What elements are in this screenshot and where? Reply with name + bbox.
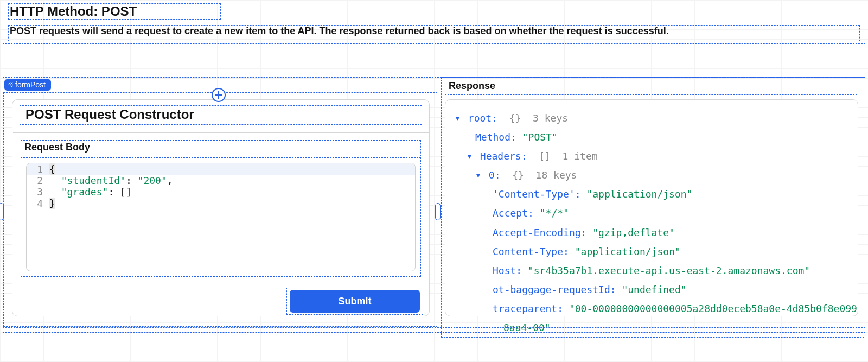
submit-button[interactable]: Submit [290, 290, 420, 313]
response-json-tree[interactable]: ▾ root: {} 3 keys Method: "POST" ▾ Heade… [455, 109, 851, 337]
caret-down-icon[interactable]: ▾ [475, 166, 483, 185]
json-key: Method: [475, 131, 516, 143]
json-key: Accept: [493, 207, 534, 219]
code-line: 1 { [27, 163, 415, 175]
caret-down-icon[interactable]: ▾ [467, 147, 474, 166]
json-value: "application/json" [575, 246, 681, 257]
code-token: { [49, 163, 55, 175]
response-label-outline: Response [445, 79, 857, 95]
json-key: 'Content-Type': [493, 188, 581, 200]
constructor-title: POST Request Constructor [20, 106, 422, 122]
json-value: "POST" [522, 131, 558, 143]
request-body-label-outline: Request Body [21, 140, 421, 156]
line-number: 2 [27, 175, 49, 186]
json-value: "application/json" [586, 188, 692, 200]
json-value: 8aa4-00" [503, 322, 551, 333]
code-token: } [49, 198, 55, 209]
page-description-outline: POST requests will send a request to cre… [8, 25, 860, 41]
page-title: HTTP Method: POST [9, 4, 220, 19]
line-number: 1 [27, 163, 49, 175]
card-divider [13, 132, 430, 133]
request-body-label: Request Body [21, 141, 420, 153]
caret-down-icon[interactable]: ▾ [455, 109, 462, 128]
json-key: Headers: [480, 150, 527, 162]
json-value: "*/*" [540, 207, 569, 219]
constructor-title-outline: POST Request Constructor [20, 105, 422, 125]
code-line: 3 "grades": [] [27, 186, 415, 198]
json-key: Host: [493, 265, 522, 276]
json-value: "00-00000000000000005a28dd0eceb58a0e-4d8… [569, 303, 857, 314]
page-title-outline: HTTP Method: POST [8, 3, 221, 20]
response-label: Response [445, 79, 857, 92]
drag-handle-icon [8, 82, 13, 87]
json-key: Accept-Encoding: [493, 227, 586, 238]
empty-slot-outline [3, 332, 865, 357]
json-key: traceparent: [493, 303, 563, 314]
line-number: 3 [27, 186, 49, 198]
json-key: Content-Type: [493, 246, 569, 257]
code-line: 2 "studentId": "200", [27, 175, 415, 186]
json-value: "gzip,deflate" [592, 227, 675, 238]
json-key: 0: [489, 169, 501, 181]
line-number: 4 [27, 198, 49, 209]
request-body-editor[interactable]: 1 { 2 "studentId": "200", 3 "grades": []… [26, 163, 416, 271]
component-tag-formpost[interactable]: formPost [4, 79, 51, 91]
json-value: "sr4b35a7b1.execute-api.us-east-2.amazon… [528, 265, 810, 276]
page-description: POST requests will send a request to cre… [9, 26, 859, 37]
json-value: "undefined" [622, 284, 686, 295]
json-key: root: [468, 112, 497, 124]
json-key: ot-baggage-requestId: [493, 284, 616, 295]
code-line: 4 } [27, 198, 415, 209]
add-component-button[interactable] [212, 88, 226, 102]
component-tag-label: formPost [15, 80, 46, 89]
